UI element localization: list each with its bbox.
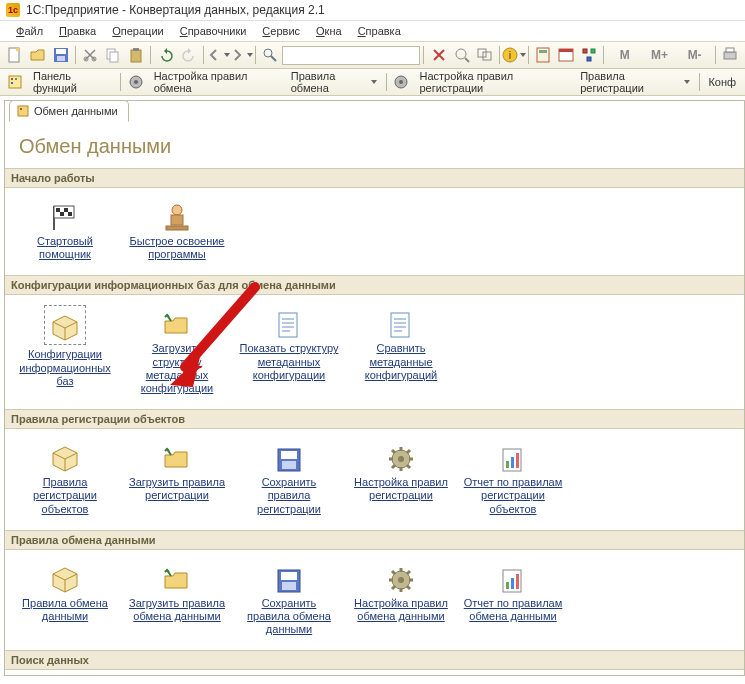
reg-rules-setup-icon[interactable] [390, 71, 412, 93]
m-icon[interactable]: M [608, 44, 642, 66]
svg-rect-62 [511, 578, 514, 589]
menu-windows[interactable]: Окна [308, 23, 350, 39]
new-doc-icon[interactable] [4, 44, 26, 66]
toolbar-main: i M M+ M- [0, 42, 745, 69]
close-x-icon[interactable] [428, 44, 450, 66]
svg-rect-25 [726, 48, 734, 52]
print-icon[interactable] [719, 44, 741, 66]
item-row: Конфигурации информационных базЗагрузить… [15, 295, 734, 409]
copy-icon[interactable] [102, 44, 124, 66]
launch-item-load-reg[interactable]: Загрузить правила регистрации [127, 439, 227, 516]
launch-item-exch-setup[interactable]: Настройка правил обмена данными [351, 560, 451, 637]
box3d-icon [49, 560, 81, 594]
launch-item-label[interactable]: Настройка правил регистрации [351, 476, 451, 502]
launch-item-label[interactable]: Отчет по правилам обмена данными [463, 597, 563, 623]
cut-icon[interactable] [79, 44, 101, 66]
svg-rect-39 [60, 212, 64, 216]
svg-rect-4 [57, 56, 65, 61]
panel-functions-button[interactable]: Панель функций [27, 71, 117, 93]
launch-item-label[interactable]: Загрузить правила обмена данными [127, 597, 227, 623]
launch-item-reg-rules[interactable]: Правила регистрации объектов [15, 439, 115, 516]
menu-refs[interactable]: Справочники [172, 23, 255, 39]
tree-icon[interactable] [578, 44, 600, 66]
launch-item-label[interactable]: Правила обмена данными [15, 597, 115, 623]
paste-icon[interactable] [125, 44, 147, 66]
launch-item-load-meta[interactable]: Загрузить структуру метаданных конфигура… [127, 305, 227, 395]
panel-functions-icon[interactable] [4, 71, 26, 93]
menu-help[interactable]: Справка [350, 23, 409, 39]
launch-item-quick-learn[interactable]: Быстрое освоение программы [127, 198, 227, 261]
svg-rect-47 [281, 451, 297, 459]
launch-item-exch-report[interactable]: Отчет по правилам обмена данными [463, 560, 563, 637]
launch-item-find-obj[interactable]: Поиск объектов [127, 680, 227, 681]
menu-file[interactable]: Файл [8, 23, 51, 39]
launch-item-label[interactable]: Стартовый помощник [15, 235, 115, 261]
launch-item-label[interactable]: Загрузить структуру метаданных конфигура… [127, 342, 227, 395]
svg-rect-21 [583, 49, 587, 53]
launch-item-start-wizard[interactable]: Стартовый помощник [15, 198, 115, 261]
launch-item-save-reg[interactable]: Сохранить правила регистрации [239, 439, 339, 516]
back-icon[interactable] [207, 44, 229, 66]
svg-rect-10 [133, 48, 139, 51]
svg-rect-53 [511, 457, 514, 468]
menu-edit[interactable]: Правка [51, 23, 104, 39]
launch-item-save-exch[interactable]: Сохранить правила обмена данными [239, 560, 339, 637]
launch-item-reg-setup[interactable]: Настройка правил регистрации [351, 439, 451, 516]
exchange-rules-setup-button[interactable]: Настройка правил обмена [148, 71, 284, 93]
launch-item-label[interactable]: Сохранить правила обмена данными [239, 597, 339, 637]
section-header: Поиск данных [5, 650, 744, 670]
m-minus-icon[interactable]: M- [678, 44, 712, 66]
panel-body: Обмен данными Начало работыСтартовый пом… [5, 123, 744, 681]
launch-item-label[interactable]: Быстрое освоение программы [127, 235, 227, 261]
launch-item-reg-report[interactable]: Отчет по правилам регистрации объектов [463, 439, 563, 516]
windows-icon[interactable] [474, 44, 496, 66]
menu-ops[interactable]: Операции [104, 23, 171, 39]
svg-rect-34 [18, 106, 28, 116]
launch-item-label[interactable]: Правила регистрации объектов [15, 476, 115, 516]
open-folder-icon[interactable] [27, 44, 49, 66]
calc-icon[interactable] [532, 44, 554, 66]
launch-item-label[interactable]: Сохранить правила регистрации [239, 476, 339, 516]
undo-icon[interactable] [155, 44, 177, 66]
svg-point-59 [398, 577, 404, 583]
launch-item-label[interactable]: Отчет по правилам регистрации объектов [463, 476, 563, 516]
section-header: Конфигурации информационных баз для обме… [5, 275, 744, 295]
svg-point-33 [399, 80, 403, 84]
exchange-rules-setup-icon[interactable] [125, 71, 147, 93]
panel-tabs: Обмен данными [9, 100, 745, 122]
m-plus-icon[interactable]: M+ [643, 44, 677, 66]
item-row: Полнотекстовый поискПоиск объектов [15, 670, 734, 681]
exchange-rules-dropdown[interactable]: Правила обмена [285, 71, 383, 93]
launch-item-label[interactable]: Сравнить метаданные конфигураций [351, 342, 451, 382]
search-icon[interactable] [259, 44, 281, 66]
forward-icon[interactable] [230, 44, 252, 66]
launch-item-show-meta[interactable]: Показать структуру метаданных конфигурац… [239, 305, 339, 395]
separator-icon [384, 71, 390, 93]
launch-item-fulltext[interactable]: Полнотекстовый поиск [15, 680, 115, 681]
launch-item-label[interactable]: Конфигурации информационных баз [15, 348, 115, 388]
reg-rules-setup-button[interactable]: Настройка правил регистрации [413, 71, 573, 93]
svg-rect-20 [559, 49, 573, 52]
zoom-icon[interactable] [451, 44, 473, 66]
info-icon[interactable]: i [503, 44, 525, 66]
launch-item-config-infobases[interactable]: Конфигурации информационных баз [15, 305, 115, 395]
floppy-icon [276, 560, 302, 594]
launch-item-label[interactable]: Показать структуру метаданных конфигурац… [239, 342, 339, 382]
launch-item-label[interactable]: Настройка правил обмена данными [351, 597, 451, 623]
svg-rect-44 [279, 313, 297, 337]
save-floppy-icon[interactable] [50, 44, 72, 66]
search-input[interactable] [282, 46, 420, 65]
launch-item-exch-rules[interactable]: Правила обмена данными [15, 560, 115, 637]
config-button-truncated[interactable]: Конф [704, 71, 741, 93]
item-row: Стартовый помощникБыстрое освоение прогр… [15, 188, 734, 275]
calendar-icon[interactable] [555, 44, 577, 66]
menu-service[interactable]: Сервис [254, 23, 308, 39]
tab-data-exchange[interactable]: Обмен данными [9, 100, 129, 122]
redo-icon[interactable] [178, 44, 200, 66]
svg-rect-3 [56, 49, 66, 54]
launch-item-compare-meta[interactable]: Сравнить метаданные конфигураций [351, 305, 451, 395]
launch-item-load-exch[interactable]: Загрузить правила обмена данными [127, 560, 227, 637]
launch-item-label[interactable]: Загрузить правила регистрации [127, 476, 227, 502]
report-icon [501, 560, 525, 594]
reg-rules-dropdown[interactable]: Правила регистрации [574, 71, 696, 93]
